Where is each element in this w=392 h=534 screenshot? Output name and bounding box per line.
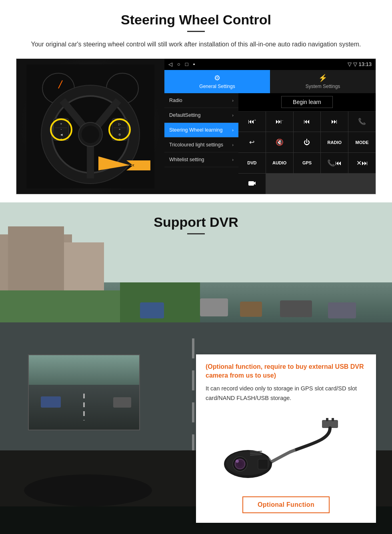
radio-label: RADIO	[328, 140, 342, 145]
ctrl-btn-mode[interactable]: MODE	[348, 132, 376, 152]
optional-function-button[interactable]: Optional Function	[242, 496, 330, 513]
nav-home-icon[interactable]: ○	[177, 61, 180, 67]
statusbar-nav: ◁ ○ □ ▪	[168, 61, 195, 67]
ctrl-btn-camera[interactable]	[238, 174, 266, 194]
dvr-section-title: Support DVR	[16, 214, 376, 230]
statusbar-time: ▽ ▽ 13:13	[348, 61, 372, 67]
settings-menu: Radio › DefaultSetting › Steering Wheel …	[164, 93, 238, 194]
svg-text:+: +	[119, 128, 121, 131]
dvr-thumbnail	[28, 354, 140, 430]
steering-buttons-area: Begin learn ⏮+ ⏭- ⏮	[238, 93, 376, 194]
ctrl-btn-end-next[interactable]: ✕⏭	[348, 153, 376, 173]
dvr-title-divider	[187, 233, 205, 234]
svg-rect-15	[55, 128, 67, 128]
svg-point-58	[236, 460, 239, 463]
vol-prev-icon: ⏮+	[248, 118, 256, 125]
menu-item-whitelist[interactable]: Whitelist setting ›	[164, 152, 238, 167]
svg-rect-21	[114, 128, 126, 128]
svg-rect-56	[258, 459, 268, 469]
steering-demo-area: + - ◀ ◉ ▷ + ⚙ ◉	[16, 58, 376, 194]
menu-item-tricoloured[interactable]: Tricoloured light settings ›	[164, 138, 238, 152]
settings-tabs: ⚙ General Settings ⚡ System Settings	[164, 70, 376, 93]
back-icon: ↩	[249, 138, 254, 146]
system-settings-icon: ⚡	[318, 74, 327, 82]
begin-learn-button[interactable]: Begin learn	[281, 96, 333, 108]
menu-item-steering-label: Steering Wheel learning	[169, 127, 222, 133]
svg-rect-50	[332, 418, 334, 421]
ctrl-btn-power[interactable]: ⏻	[294, 132, 321, 152]
vol-next-icon: ⏭-	[276, 118, 283, 125]
dvr-info-card: (Optional function, require to buy exter…	[196, 354, 376, 523]
general-settings-icon: ⚙	[214, 74, 220, 82]
ctrl-btn-back[interactable]: ↩	[238, 132, 266, 152]
wifi-icon: ▽	[348, 61, 353, 67]
tab-system-label: System Settings	[306, 84, 340, 89]
dvr-section-inner: Support DVR (Optional function, require …	[0, 202, 392, 534]
chevron-right-icon: ›	[232, 142, 234, 147]
svg-text:+: +	[60, 122, 62, 126]
android-statusbar: ◁ ○ □ ▪ ▽ ▽ 13:13	[164, 59, 376, 70]
steering-description: Your original car's steering wheel contr…	[24, 39, 368, 50]
ctrl-btn-call[interactable]: 📞	[348, 112, 376, 132]
ctrl-btn-mute[interactable]: 🔇	[266, 132, 293, 152]
nav-recents-icon[interactable]: □	[185, 61, 188, 67]
chevron-right-icon: ›	[232, 157, 234, 162]
mode-label: MODE	[356, 140, 369, 145]
ctrl-btn-dvd[interactable]: DVD	[238, 153, 266, 173]
svg-text:⚙: ⚙	[118, 133, 121, 136]
chevron-right-icon: ›	[232, 98, 234, 103]
tab-general-label: General Settings	[199, 84, 235, 89]
ctrl-btn-tel-prev[interactable]: 📞⏮	[321, 153, 348, 173]
camera-icon	[248, 180, 256, 188]
svg-rect-27	[248, 181, 254, 186]
menu-item-whitelist-label: Whitelist setting	[169, 157, 204, 162]
nav-back-icon[interactable]: ◁	[168, 61, 172, 67]
android-ui-panel: ◁ ○ □ ▪ ▽ ▽ 13:13 ⚙ General Settings	[164, 59, 376, 194]
menu-item-radio[interactable]: Radio ›	[164, 93, 238, 108]
dvr-content-row: (Optional function, require to buy exter…	[16, 354, 376, 523]
svg-text:▷: ▷	[118, 122, 121, 126]
title-divider	[187, 31, 205, 32]
svg-rect-49	[326, 418, 328, 421]
ctrl-btn-prev[interactable]: ⏮	[294, 112, 321, 132]
mute-icon: 🔇	[276, 138, 284, 146]
gps-label: GPS	[302, 160, 312, 165]
ctrl-btn-next[interactable]: ⏭	[321, 112, 348, 132]
dvr-section: Support DVR (Optional function, require …	[0, 202, 392, 534]
menu-item-default-setting[interactable]: DefaultSetting ›	[164, 108, 238, 123]
chevron-right-icon: ›	[232, 128, 234, 132]
signal-icon: ▽	[353, 61, 359, 67]
prev-icon: ⏮	[304, 118, 310, 125]
dvd-label: DVD	[247, 160, 256, 165]
dvr-description: It can record video only to storage in G…	[206, 384, 366, 402]
ctrl-btn-audio[interactable]: AUDIO	[266, 153, 293, 173]
steering-wheel-image: + - ◀ ◉ ▷ + ⚙ ◉	[16, 59, 164, 194]
menu-item-steering-wheel[interactable]: Steering Wheel learning ›	[164, 123, 238, 138]
menu-item-default-label: DefaultSetting	[169, 112, 201, 118]
audio-label: AUDIO	[272, 160, 286, 165]
ctrl-btn-gps[interactable]: GPS	[294, 153, 321, 173]
ctrl-btn-vol-next[interactable]: ⏭-	[266, 112, 293, 132]
next-icon: ⏭	[331, 118, 338, 125]
nav-menu-icon[interactable]: ▪	[193, 61, 195, 67]
call-icon: 📞	[358, 118, 366, 125]
dvr-right-column: (Optional function, require to buy exter…	[196, 354, 376, 523]
page-title: Steering Wheel Control	[16, 12, 376, 28]
control-button-grid: ⏮+ ⏭- ⏮ ⏭ 📞	[238, 112, 376, 194]
svg-marker-28	[254, 182, 256, 185]
dvr-camera-image	[206, 410, 366, 490]
end-next-icon: ✕⏭	[356, 159, 368, 167]
dvr-optional-note: (Optional function, require to buy exter…	[206, 362, 366, 380]
settings-content: Radio › DefaultSetting › Steering Wheel …	[164, 93, 376, 194]
tab-general-settings[interactable]: ⚙ General Settings	[164, 70, 270, 93]
steering-section: Steering Wheel Control Your original car…	[0, 0, 392, 202]
ctrl-btn-vol-prev[interactable]: ⏮+	[238, 112, 266, 132]
begin-learn-row: Begin learn	[238, 93, 376, 112]
ctrl-btn-radio[interactable]: RADIO	[321, 132, 348, 152]
tel-prev-icon: 📞⏮	[327, 159, 342, 167]
chevron-right-icon: ›	[232, 113, 234, 118]
menu-item-tricoloured-label: Tricoloured light settings	[169, 142, 223, 148]
dvr-left-column	[16, 354, 196, 523]
svg-point-11	[82, 126, 99, 143]
tab-system-settings[interactable]: ⚡ System Settings	[270, 70, 376, 93]
